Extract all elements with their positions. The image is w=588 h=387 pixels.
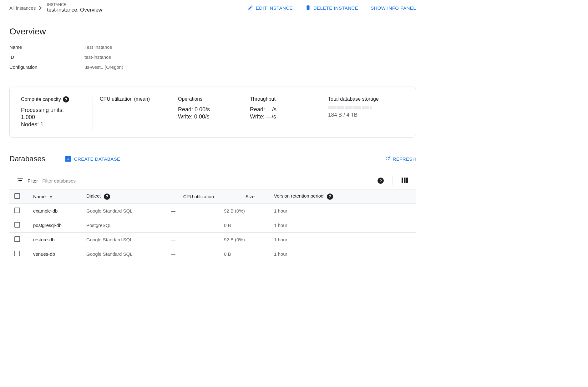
db-retention: 1 hour (260, 247, 416, 261)
create-database-label: CREATE DATABASE (74, 156, 120, 162)
metric-storage: Total database storage 184 B / 4 TB (321, 96, 404, 128)
plus-icon: + (65, 156, 71, 162)
metric-throughput-write: Write: —/s (250, 113, 311, 120)
overview-table: Name Test Instance ID test-instance Conf… (9, 42, 134, 72)
metric-ops-write: Write: 0.00/s (178, 113, 232, 120)
help-icon[interactable]: ? (378, 178, 384, 184)
delete-instance-button[interactable]: DELETE INSTANCE (305, 5, 358, 11)
metric-cpu: CPU utilization (mean) — (93, 96, 171, 128)
filter-bar: Filter ? (9, 172, 416, 189)
show-info-panel-label: SHOW INFO PANEL (371, 5, 416, 11)
db-retention: 1 hour (260, 218, 416, 233)
metric-cpu-value: — (100, 106, 160, 113)
db-size: 92 B (0%) (219, 233, 260, 247)
metric-throughput-read: Read: —/s (250, 106, 311, 113)
breadcrumb-title: test-instance: Overview (47, 7, 102, 13)
page-title: Overview (9, 27, 416, 37)
col-name-label: Name (33, 194, 46, 199)
col-dialect-label: Dialect (86, 193, 101, 199)
db-name[interactable]: postgresql-db (28, 218, 81, 233)
svg-rect-3 (402, 178, 403, 183)
metric-ops: Operations Read: 0.00/s Write: 0.00/s (171, 96, 243, 128)
table-row: example-dbGoogle Standard SQL—92 B (0%)1… (9, 204, 416, 218)
help-icon[interactable]: ? (327, 193, 333, 200)
db-cpu: — (166, 204, 219, 218)
select-all-checkbox[interactable] (14, 193, 20, 199)
help-icon[interactable]: ? (63, 96, 69, 103)
col-retention-label: Version retention period (274, 193, 323, 199)
create-database-button[interactable]: + CREATE DATABASE (65, 156, 120, 162)
database-table: Name Dialect ? CPU utilization Size Vers… (9, 189, 416, 261)
row-checkbox[interactable] (14, 208, 20, 213)
db-name[interactable]: restore-db (28, 233, 81, 247)
chevron-right-icon (39, 6, 42, 10)
db-size: 92 B (0%) (219, 204, 260, 218)
overview-name-key: Name (9, 44, 84, 50)
overview-id-val: test-instance (84, 54, 111, 60)
db-cpu: — (166, 247, 219, 261)
row-checkbox[interactable] (14, 236, 20, 242)
edit-instance-label: EDIT INSTANCE (256, 5, 293, 11)
row-checkbox[interactable] (14, 251, 20, 256)
svg-rect-5 (406, 178, 408, 183)
metric-storage-value: 184 B / 4 TB (328, 112, 394, 118)
filter-icon (18, 178, 23, 183)
overview-name-val: Test Instance (84, 44, 112, 50)
divider (393, 176, 393, 185)
filter-label: Filter (28, 178, 38, 183)
metric-compute: Compute capacity ? Processing units: 1,0… (21, 96, 93, 128)
db-name[interactable]: example-db (28, 204, 81, 218)
metric-pu-label: Processing units: (21, 107, 82, 113)
overview-config-key: Configuration (9, 64, 84, 70)
db-size: 0 B (219, 218, 260, 233)
metric-storage-title: Total database storage (328, 96, 394, 102)
db-retention: 1 hour (260, 233, 416, 247)
metric-throughput: Throughput Read: —/s Write: —/s (243, 96, 321, 128)
db-cpu: — (166, 218, 219, 233)
db-dialect: Google Standard SQL (81, 233, 166, 247)
db-dialect: Google Standard SQL (81, 247, 166, 261)
svg-rect-4 (404, 178, 406, 183)
overview-config-val: us-west1 (Oregon) (84, 64, 123, 70)
edit-instance-button[interactable]: EDIT INSTANCE (248, 5, 293, 11)
top-bar: All instances INSTANCE test-instance: Ov… (0, 0, 425, 17)
row-checkbox[interactable] (14, 222, 20, 228)
table-row: venues-dbGoogle Standard SQL—0 B1 hour (9, 247, 416, 261)
db-size: 0 B (219, 247, 260, 261)
col-size[interactable]: Size (219, 189, 260, 204)
table-row: restore-dbGoogle Standard SQL—92 B (0%)1… (9, 233, 416, 247)
trash-icon (305, 5, 311, 11)
refresh-label: REFRESH (393, 156, 416, 162)
databases-heading: Databases (9, 154, 45, 163)
metric-nodes: Nodes: 1 (21, 121, 82, 128)
show-info-panel-button[interactable]: SHOW INFO PANEL (371, 5, 416, 11)
filter-input[interactable] (42, 178, 373, 183)
breadcrumb-current: INSTANCE test-instance: Overview (47, 3, 102, 13)
help-icon[interactable]: ? (104, 193, 110, 200)
col-dialect[interactable]: Dialect ? (81, 189, 166, 204)
db-dialect: Google Standard SQL (81, 204, 166, 218)
col-name[interactable]: Name (28, 189, 81, 204)
metric-compute-title: Compute capacity (21, 97, 61, 102)
pencil-icon (248, 5, 253, 11)
refresh-button[interactable]: REFRESH (385, 156, 416, 162)
metric-ops-read: Read: 0.00/s (178, 106, 232, 113)
delete-instance-label: DELETE INSTANCE (313, 5, 358, 11)
databases-header: Databases + CREATE DATABASE REFRESH (9, 154, 416, 163)
col-cpu[interactable]: CPU utilization (166, 189, 219, 204)
breadcrumb-root[interactable]: All instances (9, 5, 36, 11)
refresh-icon (385, 156, 390, 162)
col-retention[interactable]: Version retention period ? (260, 189, 416, 204)
db-cpu: — (166, 233, 219, 247)
breadcrumb-eyebrow: INSTANCE (47, 3, 102, 7)
sort-asc-icon (49, 195, 53, 199)
db-name[interactable]: venues-db (28, 247, 81, 261)
metric-cpu-title: CPU utilization (mean) (100, 96, 160, 102)
metric-ops-title: Operations (178, 96, 232, 102)
db-dialect: PostgreSQL (81, 218, 166, 233)
metric-pu-value: 1,000 (21, 114, 82, 121)
table-row: postgresql-dbPostgreSQL—0 B1 hour (9, 218, 416, 233)
overview-id-key: ID (9, 54, 84, 60)
columns-icon[interactable] (402, 178, 408, 184)
metric-throughput-title: Throughput (250, 96, 311, 102)
